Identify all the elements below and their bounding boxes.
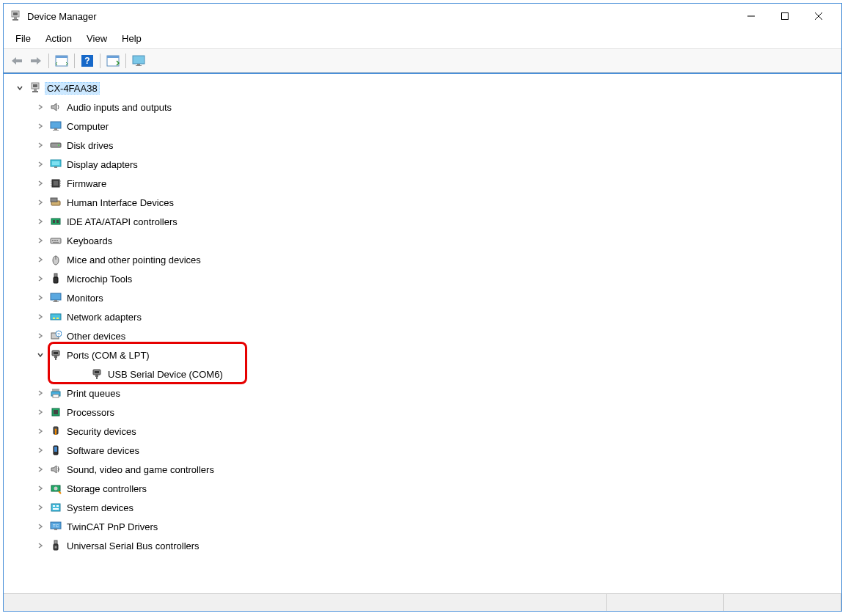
svg-rect-82 — [56, 505, 59, 507]
tree-category-mice-and-other-pointing-devices[interactable]: Mice and other pointing devices — [8, 250, 841, 269]
svg-rect-54 — [51, 314, 61, 320]
tree-category-human-interface-devices[interactable]: Human Interface Devices — [8, 193, 841, 212]
expand-toggle[interactable] — [34, 254, 46, 265]
svg-rect-86 — [54, 529, 57, 530]
svg-rect-49 — [54, 274, 57, 277]
tree-category-security-devices[interactable]: Security devices — [8, 422, 841, 441]
tree-category-ports-com-lpt[interactable]: Ports (COM & LPT) — [8, 345, 841, 364]
expand-toggle[interactable] — [34, 216, 46, 227]
tree-device-usb-serial-device-com6[interactable]: USB Serial Device (COM6) — [8, 364, 841, 384]
computer-icon — [29, 81, 42, 95]
expand-toggle[interactable] — [34, 330, 46, 342]
tree-category-print-queues[interactable]: Print queues — [8, 384, 841, 403]
expand-toggle[interactable] — [34, 158, 46, 170]
expand-toggle[interactable] — [34, 101, 46, 113]
forward-button[interactable] — [27, 52, 45, 70]
expand-toggle[interactable] — [34, 120, 46, 132]
menu-help[interactable]: Help — [114, 30, 149, 47]
sound-icon — [49, 463, 62, 476]
tree-category-monitors[interactable]: Monitors — [8, 288, 841, 307]
help-button[interactable]: ? — [78, 52, 96, 70]
tree-category-microchip-tools[interactable]: Microchip Tools — [8, 269, 841, 288]
svg-rect-41 — [56, 220, 59, 223]
toolbar: ? — [4, 49, 841, 73]
node-label: Microchip Tools — [65, 274, 133, 285]
menu-file[interactable]: File — [8, 30, 38, 47]
titlebar: Device Manager — [4, 4, 841, 29]
tree-root-root[interactable]: CX-4FAA38 — [8, 78, 841, 98]
expand-toggle[interactable] — [34, 444, 46, 456]
expand-toggle[interactable] — [34, 406, 46, 418]
tree-category-processors[interactable]: Processors — [8, 403, 841, 422]
status-cell — [724, 594, 841, 611]
expand-toggle[interactable] — [34, 235, 46, 246]
svg-rect-68 — [52, 389, 59, 392]
expand-toggle[interactable] — [34, 139, 46, 151]
back-button[interactable] — [8, 52, 26, 70]
scan-hardware-button[interactable] — [104, 52, 122, 70]
minimize-button[interactable] — [734, 5, 768, 27]
svg-rect-72 — [54, 410, 58, 414]
node-label: Keyboards — [65, 235, 114, 246]
close-button[interactable] — [802, 5, 835, 27]
svg-rect-45 — [56, 240, 58, 241]
tree-category-keyboards[interactable]: Keyboards — [8, 231, 841, 250]
tree-category-system-devices[interactable]: System devices — [8, 498, 841, 517]
svg-text:?: ? — [84, 56, 89, 66]
expand-toggle[interactable] — [34, 292, 46, 304]
tree-category-audio-inputs-and-outputs[interactable]: Audio inputs and outputs — [8, 98, 841, 117]
expand-toggle[interactable] — [34, 540, 46, 551]
tree-category-universal-serial-bus-controllers[interactable]: Universal Serial Bus controllers — [8, 536, 841, 555]
maximize-button[interactable] — [768, 5, 802, 27]
show-hide-console-button[interactable] — [53, 52, 70, 70]
svg-rect-52 — [54, 300, 57, 301]
tree-category-firmware[interactable]: Firmware — [8, 174, 841, 193]
svg-rect-30 — [54, 181, 58, 186]
expand-toggle[interactable] — [34, 349, 46, 361]
svg-rect-53 — [53, 301, 59, 302]
node-label: Sound, video and game controllers — [65, 464, 216, 475]
node-label: Software devices — [65, 445, 141, 456]
svg-rect-61 — [54, 352, 58, 354]
svg-rect-38 — [51, 198, 57, 202]
svg-rect-46 — [53, 242, 59, 243]
speaker-icon — [49, 100, 62, 114]
tree-category-twincat-pnp-drivers[interactable]: TCTwinCAT PnP Drivers — [8, 517, 841, 536]
node-label: Human Interface Devices — [65, 197, 175, 208]
expand-toggle[interactable] — [34, 311, 46, 323]
expand-toggle[interactable] — [34, 502, 46, 513]
expand-toggle[interactable] — [34, 483, 46, 494]
keyboard-icon — [49, 234, 62, 247]
tree-category-sound-video-and-game-controllers[interactable]: Sound, video and game controllers — [8, 460, 841, 479]
chip-icon — [49, 177, 62, 190]
storage-icon — [49, 482, 62, 495]
svg-rect-44 — [54, 240, 56, 241]
tree-category-storage-controllers[interactable]: Storage controllers — [8, 479, 841, 498]
svg-rect-66 — [95, 375, 98, 377]
tree-category-computer[interactable]: Computer — [8, 117, 841, 136]
tree-category-display-adapters[interactable]: Display adapters — [8, 155, 841, 174]
monitor-button[interactable] — [130, 52, 147, 70]
menu-view[interactable]: View — [79, 30, 114, 47]
expand-toggle[interactable] — [14, 82, 26, 94]
svg-rect-22 — [54, 128, 57, 130]
expand-toggle[interactable] — [34, 425, 46, 437]
svg-rect-18 — [33, 84, 37, 87]
tree-category-ide-ata-atapi-controllers[interactable]: IDE ATA/ATAPI controllers — [8, 212, 841, 231]
display-icon — [49, 158, 62, 171]
tree-category-disk-drives[interactable]: Disk drives — [8, 136, 841, 155]
svg-point-25 — [58, 144, 59, 146]
expand-toggle[interactable] — [76, 368, 87, 380]
expand-toggle[interactable] — [34, 387, 46, 399]
tree-category-network-adapters[interactable]: Network adapters — [8, 307, 841, 326]
expand-toggle[interactable] — [34, 177, 46, 189]
expand-toggle[interactable] — [34, 521, 46, 532]
tree-pane[interactable]: CX-4FAA38Audio inputs and outputsCompute… — [4, 73, 841, 593]
menu-action[interactable]: Action — [38, 30, 79, 47]
expand-toggle[interactable] — [34, 273, 46, 285]
tree-category-other-devices[interactable]: ?Other devices — [8, 326, 841, 345]
expand-toggle[interactable] — [34, 463, 46, 475]
tree-category-software-devices[interactable]: Software devices — [8, 441, 841, 460]
expand-toggle[interactable] — [34, 197, 46, 208]
svg-rect-39 — [51, 219, 60, 224]
